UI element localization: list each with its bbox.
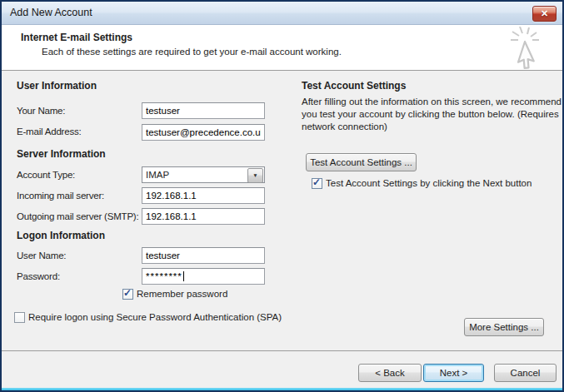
incoming-server-label: Incoming mail server: xyxy=(17,191,104,201)
close-button[interactable]: ✕ xyxy=(532,6,557,22)
remember-password-label[interactable]: Remember password xyxy=(137,289,227,299)
footer-separator xyxy=(2,350,562,351)
titlebar[interactable]: Add New Account ✕ xyxy=(2,2,562,25)
section-test-account-settings: Test Account Settings xyxy=(302,80,406,92)
outgoing-server-input[interactable] xyxy=(142,208,265,225)
password-label: Password: xyxy=(17,271,60,281)
test-account-settings-button[interactable]: Test Account Settings ... xyxy=(306,153,417,171)
check-icon: ✓ xyxy=(312,176,321,188)
click-cursor-icon xyxy=(502,27,553,70)
next-button[interactable]: Next > xyxy=(423,364,484,382)
header-subtitle: Each of these settings are required to g… xyxy=(42,47,342,57)
your-name-label: Your Name: xyxy=(17,106,65,116)
auto-test-checkbox[interactable]: ✓ xyxy=(312,178,322,189)
user-name-label: User Name: xyxy=(17,251,66,261)
window-bottom-glow xyxy=(2,388,562,390)
account-type-label: Account Type: xyxy=(17,170,75,180)
back-button[interactable]: < Back xyxy=(358,364,422,382)
header-title: Internet E-mail Settings xyxy=(21,32,132,43)
spa-checkbox[interactable]: ✓ xyxy=(14,312,25,323)
your-name-input[interactable] xyxy=(142,102,265,119)
more-settings-button[interactable]: More Settings ... xyxy=(464,318,544,336)
cancel-button[interactable]: Cancel xyxy=(494,364,557,382)
email-address-input[interactable] xyxy=(142,124,265,141)
remember-password-checkbox[interactable]: ✓ xyxy=(122,289,133,300)
test-description: After filling out the information on thi… xyxy=(302,96,562,133)
account-type-dropdown[interactable]: IMAP ▼ xyxy=(142,166,265,183)
auto-test-label[interactable]: Test Account Settings by clicking the Ne… xyxy=(326,178,532,188)
section-server-information: Server Information xyxy=(17,148,106,160)
user-name-input[interactable] xyxy=(142,247,265,264)
outgoing-server-label: Outgoing mail server (SMTP): xyxy=(17,211,139,221)
chevron-down-icon[interactable]: ▼ xyxy=(247,168,263,183)
add-new-account-dialog: Add New Account ✕ Internet E-mail Settin… xyxy=(0,0,564,392)
section-logon-information: Logon Information xyxy=(17,230,105,241)
text-caret xyxy=(183,271,184,281)
email-address-label: E-mail Address: xyxy=(17,127,82,136)
window-title: Add New Account xyxy=(10,2,92,24)
section-user-information: User Information xyxy=(17,80,97,92)
incoming-server-input[interactable] xyxy=(142,187,265,204)
check-icon: ✓ xyxy=(123,287,132,299)
wizard-header: Internet E-mail Settings Each of these s… xyxy=(2,25,562,71)
account-type-value: IMAP xyxy=(146,170,169,180)
close-icon: ✕ xyxy=(541,8,548,18)
password-input[interactable]: ******** xyxy=(142,268,265,285)
password-masked-value: ******** xyxy=(146,271,182,281)
spa-label[interactable]: Require logon using Secure Password Auth… xyxy=(28,312,282,322)
